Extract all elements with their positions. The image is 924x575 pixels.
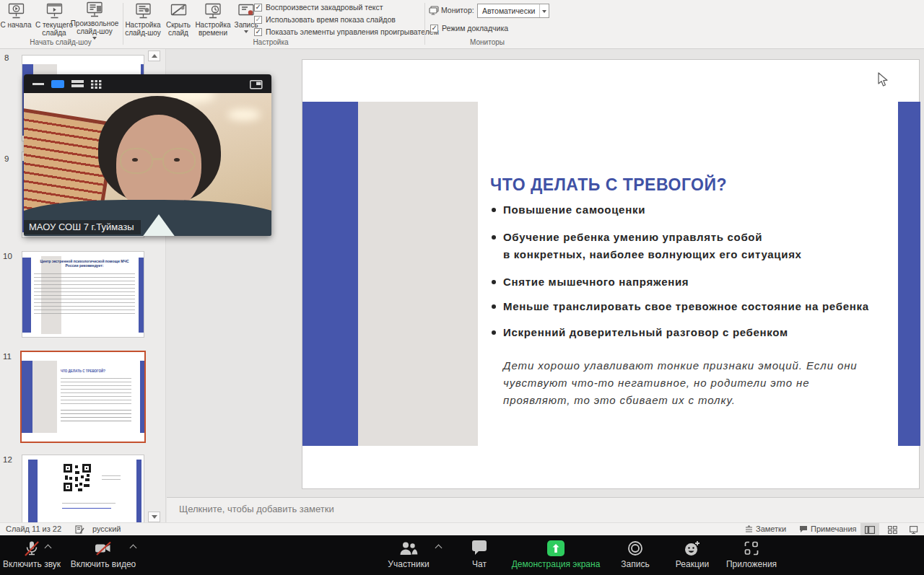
ceiling-light [227, 109, 261, 120]
slide-gray-panel [32, 361, 57, 433]
spell-check-icon[interactable] [75, 525, 84, 534]
rehearse-timings-button[interactable]: Настройка времени [193, 1, 232, 38]
slide-footnote: Дети хорошо улавливают тонкие признаки э… [503, 357, 876, 409]
share-screen-icon [547, 540, 565, 557]
apps-icon [744, 540, 759, 557]
minimize-icon[interactable] [32, 83, 44, 85]
person-eye [174, 158, 180, 162]
share-screen-button[interactable]: Демонстрация экрана [505, 540, 606, 569]
slide-accent-bar [22, 361, 32, 433]
rehearse-timings-icon [204, 1, 222, 19]
thumbnail-slide-10[interactable]: Центр экстренной психологической помощи … [22, 251, 144, 338]
zoom-video-titlebar[interactable] [24, 74, 271, 93]
custom-slideshow-button[interactable]: Произвольное слайд-шоу [68, 1, 121, 38]
active-speaker-view-icon[interactable] [51, 80, 64, 88]
chat-icon [471, 540, 488, 557]
slide-bullet: Повышение самооценки [503, 201, 645, 219]
slideshow-from-current-icon [45, 1, 64, 19]
start-video-button[interactable]: Включить видео [64, 540, 143, 569]
thumbnail-number: 9 [4, 154, 9, 163]
thumbnail-number: 10 [3, 252, 12, 260]
checkbox-icon [254, 16, 262, 24]
thumbnail-link-line [62, 508, 111, 509]
slide-accent-bar [140, 361, 144, 433]
reactions-button[interactable]: Реакции [668, 540, 716, 569]
play-narrations-label: Воспроизвести закадровый текст [266, 3, 383, 12]
thumbnail-slide-title: ЧТО ДЕЛАТЬ С ТРЕВОГОЙ? [61, 369, 136, 373]
setup-slideshow-button[interactable]: Настройка слайд-шоу [124, 1, 162, 38]
checkbox-icon [254, 4, 262, 12]
thumbnail-text-lines [102, 475, 121, 480]
thumbnails-scroll-down-button[interactable] [148, 512, 160, 522]
share-screen-label: Демонстрация экрана [512, 559, 601, 569]
checkbox-use-timings[interactable]: Использовать время показа слайдов [254, 15, 396, 24]
thumbnail-slide-11-selected[interactable]: ЧТО ДЕЛАТЬ С ТРЕВОГОЙ? [20, 351, 146, 443]
dropdown-caret-icon [244, 30, 248, 33]
chat-button[interactable]: Чат [453, 540, 505, 569]
thumbnail-number: 11 [3, 352, 12, 361]
comments-toggle-label: Примечания [811, 524, 857, 533]
monitor-icon [429, 6, 439, 15]
participants-button[interactable]: Участники [374, 540, 443, 569]
hide-slide-button[interactable]: Скрыть слайд [162, 1, 195, 38]
normal-view-button[interactable] [860, 523, 879, 536]
slide-sorter-view-button[interactable] [883, 523, 902, 536]
statusbar: Слайд 11 из 22 русский Заметки Примечани… [0, 522, 924, 535]
slide-indicator: Слайд 11 из 22 [6, 524, 61, 533]
thumbnail-text-lines [61, 378, 131, 405]
webcam-video-feed: МАОУ СОШ 7 г.Туймазы [24, 93, 271, 236]
reactions-label: Реакции [676, 559, 709, 569]
picture-in-picture-icon[interactable] [250, 80, 263, 89]
checkbox-presenter-view[interactable]: Режим докладчика [430, 24, 508, 32]
checkbox-show-media-controls[interactable]: Показать элементы управления проигрывате… [254, 27, 439, 36]
checkbox-play-narrations[interactable]: Воспроизвести закадровый текст [254, 3, 383, 12]
apps-button[interactable]: Приложения [722, 540, 781, 569]
slide-bullet: Снятие мышечного напряжения [503, 273, 689, 291]
zoom-video-window[interactable]: МАОУ СОШ 7 г.Туймазы [24, 74, 271, 236]
notes-pane[interactable]: Щелкните, чтобы добавить заметки [167, 497, 924, 522]
record-button[interactable]: Запись [611, 540, 660, 569]
thumbnail-text-lines [61, 410, 131, 421]
group-label-monitors: Мониторы [448, 38, 527, 46]
notes-toggle-button[interactable]: Заметки [745, 524, 786, 533]
slide-gray-panel [358, 102, 478, 446]
custom-slideshow-label: Произвольное слайд-шоу [68, 19, 121, 35]
setup-slideshow-label: Настройка слайд-шоу [124, 21, 162, 37]
start-video-label: Включить видео [71, 559, 136, 569]
thumbnail-slide-title: Центр экстренной психологической помощи … [40, 259, 129, 268]
group-label-setup: Настройка [231, 38, 310, 46]
checkbox-icon [430, 25, 438, 32]
glasses-bridge [152, 158, 164, 160]
monitor-dropdown[interactable]: Автоматически [477, 4, 549, 18]
ribbon-slideshow-tab: С начала С текущего слайда Произвольное … [0, 0, 924, 49]
thumbnail-number: 12 [3, 455, 12, 464]
language-indicator[interactable]: русский [92, 524, 121, 533]
from-beginning-button[interactable]: С начала [0, 1, 32, 38]
custom-slideshow-icon [85, 1, 104, 18]
ribbon-separator [424, 3, 425, 45]
comments-toggle-button[interactable]: Примечания [799, 524, 857, 533]
reading-view-button[interactable] [904, 523, 923, 536]
apps-label: Приложения [726, 559, 777, 569]
ribbon-separator [123, 3, 123, 45]
slide-bullet: Обучение ребенка умению управлять собой … [503, 229, 802, 263]
thumbnails-scroll-up-button[interactable] [148, 51, 160, 61]
notes-icon [745, 525, 753, 533]
monitor-dropdown-arrow[interactable] [539, 4, 549, 17]
mouse-cursor [878, 72, 889, 87]
slideshow-from-start-icon [7, 1, 25, 19]
gallery-view-icon[interactable] [91, 80, 102, 89]
participant-name-label: МАОУ СОШ 7 г.Туймазы [24, 220, 141, 234]
rehearse-timings-label: Настройка времени [193, 21, 232, 37]
slide-accent-bar-left [302, 102, 358, 446]
record-slideshow-icon [237, 1, 256, 19]
slide-canvas[interactable]: ЧТО ДЕЛАТЬ С ТРЕВОГОЙ? Повышение самооце… [302, 59, 920, 489]
strip-view-icon[interactable] [71, 80, 84, 87]
from-beginning-label: С начала [0, 21, 31, 29]
hide-slide-icon [170, 1, 188, 19]
record-icon [627, 540, 643, 557]
participants-label: Участники [388, 559, 429, 569]
unmute-button[interactable]: Включить звук [0, 540, 72, 569]
slide-bullet: Искренний доверительный разговор с ребен… [503, 324, 788, 341]
person-eye [132, 158, 138, 162]
